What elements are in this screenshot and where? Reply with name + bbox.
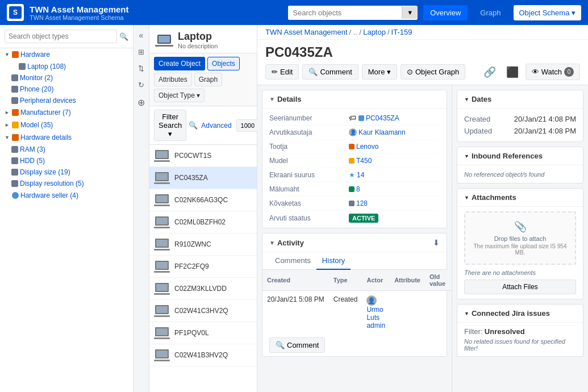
svg-rect-8: [154, 182, 170, 184]
activity-section-header[interactable]: ▼ Activity ⬇: [262, 233, 447, 252]
updated-label: Updated: [464, 127, 492, 135]
breadcrumb-it159[interactable]: IT-159: [391, 28, 412, 36]
sidebar-search-input[interactable]: [5, 30, 117, 43]
actor-link[interactable]: Urmo Luts admin: [366, 306, 385, 330]
table-row: 20/Jan/21 5:08 PM Created 👤 Urmo Luts ad…: [262, 291, 452, 335]
svg-rect-14: [154, 227, 170, 228]
detail-sidebar: ▼ Dates Created 20/Jan/21 4:08 PM Update…: [452, 85, 588, 392]
tool-btn-2[interactable]: ⇅: [136, 62, 147, 75]
chevron-down-icon: ▼: [464, 153, 469, 159]
svg-rect-23: [154, 293, 170, 295]
detail-row: Arvutikasutaja 👤 Kaur Klaamann: [269, 126, 440, 140]
list-item[interactable]: PC0CWT1S: [149, 145, 257, 167]
sidebar-item-display-resolution[interactable]: Display resolution (5): [0, 178, 133, 189]
chevron-down-icon: ▼: [464, 97, 469, 102]
details-section-header[interactable]: ▼ Details: [262, 90, 447, 109]
sidebar-item-ram[interactable]: RAM (3): [0, 144, 133, 155]
nav-overview-btn[interactable]: Overview: [423, 5, 468, 20]
sidebar-item-hardware[interactable]: ▼ Hardware: [0, 48, 133, 61]
breadcrumb-root[interactable]: TWN Asset Management: [265, 28, 348, 36]
tab-history[interactable]: History: [316, 252, 351, 270]
list-item[interactable]: PF2C2FQ9: [149, 256, 257, 278]
tool-btn-4[interactable]: ⊕: [135, 95, 147, 110]
detail-main: ▼ Details Seerianumber 🏷 PC0435ZA: [257, 85, 452, 392]
sidebar-search-button[interactable]: 🔍: [119, 32, 128, 41]
object-type-name: Laptop: [178, 31, 218, 43]
nav-graph-btn[interactable]: Graph: [473, 5, 507, 20]
type-graph-btn[interactable]: Graph: [194, 73, 222, 86]
list-item[interactable]: C02W41C3HV2Q: [149, 300, 257, 322]
collapse-sidebar-btn[interactable]: «: [137, 28, 146, 42]
list-item[interactable]: C02ZM3KLLVDD: [149, 278, 257, 300]
sidebar-item-hardware-details[interactable]: ▼ Hardware details: [0, 131, 133, 144]
sidebar-item-model[interactable]: ► Model (35): [0, 119, 133, 131]
edit-btn[interactable]: ✏ Edit: [265, 64, 299, 80]
sidebar-item-hdd[interactable]: HDD (5): [0, 155, 133, 166]
more-btn[interactable]: More ▾: [362, 64, 397, 80]
object-graph-btn[interactable]: ⊙ Object Graph: [401, 64, 465, 80]
drop-zone[interactable]: 📎 Drop files to attach The maximum file …: [464, 211, 576, 265]
comment-btn[interactable]: 🔍 Comment: [302, 64, 358, 80]
create-object-btn[interactable]: Create Object: [154, 57, 205, 70]
sidebar-item-display-size[interactable]: Display size (19): [0, 166, 133, 178]
jira-section-header[interactable]: ▼ Connected Jira issues: [457, 305, 583, 323]
add-comment-btn[interactable]: 🔍 Comment: [269, 337, 325, 353]
attributes-btn[interactable]: Attributes: [154, 73, 192, 86]
svg-rect-32: [154, 360, 170, 361]
tab-comments[interactable]: Comments: [269, 252, 316, 270]
list-item[interactable]: R910ZWNC: [149, 233, 257, 256]
qr-icon[interactable]: ⬛: [503, 65, 522, 80]
watch-btn[interactable]: 👁 Watch 0: [526, 64, 580, 80]
detail-value-link[interactable]: PC0435ZA: [366, 114, 399, 122]
sidebar-item-label: Phone (20): [20, 85, 53, 93]
sidebar-item-manufacturer[interactable]: ► Manufacturer (7): [0, 106, 133, 119]
object-type-btn[interactable]: Object Type ▾: [154, 89, 205, 102]
sidebar-item-laptop[interactable]: Laptop (108): [0, 61, 133, 72]
row-created: 20/Jan/21 5:08 PM: [262, 291, 329, 335]
object-icon: [154, 149, 170, 162]
download-icon[interactable]: ⬇: [433, 238, 440, 247]
tool-btn-1[interactable]: ⊞: [136, 45, 147, 59]
content-body: ▼ Details Seerianumber 🏷 PC0435ZA: [257, 85, 588, 392]
svg-rect-19: [156, 262, 168, 269]
search-input[interactable]: [288, 6, 402, 20]
nav-schema-btn[interactable]: Object Schema ▾: [514, 5, 582, 20]
detail-label: Mälumaht: [269, 185, 349, 193]
tool-btn-3[interactable]: ↻: [136, 78, 147, 91]
detail-row: Seerianumber 🏷 PC0435ZA: [269, 111, 440, 126]
object-icon: [154, 194, 170, 206]
sidebar-item-hardware-seller[interactable]: Hardware seller (4): [0, 189, 133, 202]
svg-rect-2: [155, 45, 173, 47]
list-item[interactable]: PF1PQV0L: [149, 322, 257, 344]
object-list-panel: Laptop No description Create Object Obje…: [149, 25, 257, 392]
sidebar-item-monitor[interactable]: Monitor (2): [0, 72, 133, 84]
details-header-label: Details: [277, 95, 302, 103]
detail-value-link[interactable]: 8: [356, 185, 360, 193]
list-item[interactable]: C02ML0BZFH02: [149, 211, 257, 233]
filter-search-btn[interactable]: Filter Search ▾: [154, 110, 186, 141]
list-item[interactable]: C02W41B3HV2Q: [149, 344, 257, 366]
object-search-btn[interactable]: 🔍: [189, 121, 198, 130]
dates-section-header[interactable]: ▼ Dates: [457, 90, 583, 109]
advanced-link[interactable]: Advanced: [201, 122, 231, 130]
link-icon[interactable]: 🔗: [480, 65, 499, 80]
detail-value-link[interactable]: 14: [357, 171, 364, 179]
detail-value-link[interactable]: 128: [356, 199, 368, 207]
list-item[interactable]: PC0435ZA: [149, 167, 257, 189]
sidebar-item-phone[interactable]: Phone (20): [0, 84, 133, 95]
search-dropdown-btn[interactable]: ▼: [402, 6, 418, 19]
sidebar-item-label: Hardware details: [20, 134, 72, 141]
detail-value-link[interactable]: T450: [356, 157, 372, 165]
breadcrumb-laptop[interactable]: Laptop: [363, 28, 386, 36]
col-actor: Actor: [362, 270, 390, 291]
detail-value-link[interactable]: Lenovo: [356, 143, 378, 151]
attachments-header[interactable]: ▼ Attachments: [457, 189, 583, 207]
detail-value-link[interactable]: Kaur Klaamann: [358, 128, 406, 136]
attach-files-btn[interactable]: Attach Files: [464, 280, 576, 294]
inbound-refs-header[interactable]: ▼ Inbound References: [457, 147, 583, 165]
list-item[interactable]: C02NK66AG3QC: [149, 189, 257, 211]
sidebar-tree: ▼ Hardware Laptop (108) Monitor (2) Phon…: [0, 48, 133, 392]
object-type-desc: No description: [178, 43, 218, 49]
objects-btn[interactable]: Objects: [207, 57, 240, 70]
sidebar-item-peripheral[interactable]: Peripheral devices: [0, 95, 133, 106]
